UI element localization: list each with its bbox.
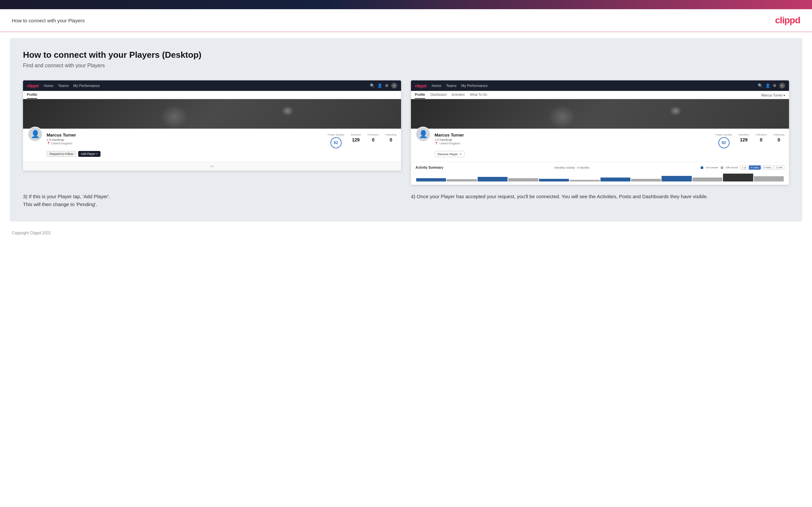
activity-controls-2: On course Off course 1 yr 6 mths 3 mths … (701, 165, 784, 170)
page-footer: Copyright Clippd 2022 (0, 227, 812, 240)
app-tabs-2: Profile Dashboard Activities What To On … (411, 91, 789, 99)
player-handicap-2: 1-5 Handicap (435, 138, 608, 142)
activities-stat-2: Activities 129 (739, 133, 749, 143)
app-activity-header-2: Activity Summary Monthly Activity · 6 Mo… (415, 165, 784, 170)
activities-value-2: 129 (739, 137, 749, 143)
nav-home-2[interactable]: Home (432, 84, 441, 88)
player-country-1: 📍 United Kingdom (47, 142, 220, 145)
avatar-icon-1[interactable]: ● (391, 83, 397, 89)
followers-stat-1: Followers 0 (367, 133, 379, 143)
following-value-2: 0 (773, 137, 784, 143)
app-nav-icons-1: 🔍 👤 ⚙ ● (370, 83, 397, 89)
clippd-logo-header: clippd (775, 15, 800, 25)
player-quality-stat-1: Player Quality 92 (328, 133, 344, 148)
user-icon-2[interactable]: 👤 (765, 83, 770, 88)
following-stat-2: Following 0 (773, 133, 784, 143)
tab-activities-2[interactable]: Activities (452, 91, 464, 99)
player-handicap-1: 1-5 Handicap (47, 138, 220, 142)
activity-title-2: Activity Summary (415, 166, 443, 169)
settings-icon-1[interactable]: ⚙ (385, 83, 389, 88)
screenshots-row: clippd Home Teams My Performance 🔍 👤 ⚙ ● (23, 80, 789, 185)
description-text-2: 4) Once your Player has accepted your re… (411, 192, 789, 201)
remove-player-button[interactable]: Remove Player ✕ (435, 151, 465, 157)
following-value-1: 0 (385, 137, 397, 143)
app-tabs-1: Profile (23, 91, 401, 99)
tab-profile-2[interactable]: Profile (415, 91, 425, 99)
activities-value-1: 129 (351, 137, 361, 143)
tab-profile-1[interactable]: Profile (27, 91, 37, 99)
app-avatar-1: 👤 (28, 127, 43, 142)
bar-6-oncourse (723, 174, 753, 181)
app-navbar-1: clippd Home Teams My Performance 🔍 👤 ⚙ ● (23, 80, 401, 91)
remove-player-label: Remove Player (438, 153, 458, 156)
bar-6-offcourse (754, 176, 784, 181)
nav-teams-2[interactable]: Teams (446, 84, 457, 88)
activities-label-1: Activities (351, 133, 361, 136)
quality-circle-1: 92 (331, 137, 342, 148)
app-profile-info-2: Marcus Turner 1-5 Handicap 📍 United King… (435, 132, 608, 145)
time-3mths-button[interactable]: 3 mths (761, 165, 773, 170)
bar-4-oncourse (601, 177, 630, 181)
bar-2-offcourse (508, 178, 538, 181)
activity-chart-2 (415, 172, 784, 181)
offcourse-legend-label: Off course (726, 166, 738, 169)
avatar-icon-2[interactable]: ● (779, 83, 785, 89)
bar-1-offcourse (447, 179, 476, 181)
player-name-2: Marcus Turner (435, 132, 608, 137)
following-stat-1: Following 0 (385, 133, 397, 143)
nav-myperformance-1[interactable]: My Performance (73, 84, 100, 88)
header-title: How to connect with your Players (12, 18, 85, 23)
bar-3-offcourse (570, 180, 600, 181)
app-stats-row-1: Player Quality 92 Activities 129 Followe… (224, 132, 397, 148)
time-1yr-button[interactable]: 1 yr (740, 165, 748, 170)
location-icon-2: 📍 (435, 142, 438, 145)
description-col-2: 4) Once your Player has accepted your re… (411, 192, 789, 208)
avatar-person-icon-1: 👤 (31, 130, 40, 138)
app-buttons-1: Request to Follow Add Player + (28, 151, 397, 157)
request-follow-button[interactable]: Request to Follow (47, 151, 76, 157)
nav-teams-1[interactable]: Teams (58, 84, 69, 88)
descriptions-row: 3) If this is your Player tap, 'Add Play… (23, 192, 789, 208)
followers-value-2: 0 (756, 137, 767, 143)
tab-extra-user-2[interactable]: Marcus Turner ▾ (761, 92, 785, 99)
search-icon-2[interactable]: 🔍 (758, 83, 763, 88)
user-icon-1[interactable]: 👤 (377, 83, 383, 88)
app-profile-row-2: 👤 Marcus Turner 1-5 Handicap 📍 United Ki… (415, 132, 784, 148)
activities-stat-1: Activities 129 (351, 133, 361, 143)
followers-label-2: Followers (756, 133, 767, 136)
quality-label-1: Player Quality (328, 133, 344, 136)
mock-app-2: clippd Home Teams My Performance 🔍 👤 ⚙ ● (411, 80, 789, 185)
app-banner-1 (23, 99, 401, 129)
followers-stat-2: Followers 0 (756, 133, 767, 143)
app-logo-1: clippd (27, 83, 39, 88)
offcourse-legend-dot (721, 166, 723, 169)
followers-value-1: 0 (367, 137, 379, 143)
settings-icon-2[interactable]: ⚙ (773, 83, 776, 88)
followers-label-1: Followers (367, 133, 379, 136)
app-nav-links-1: Home Teams My Performance (44, 84, 365, 88)
search-icon-1[interactable]: 🔍 (370, 83, 375, 88)
top-bar (0, 0, 812, 9)
time-1mth-button[interactable]: 1 mth (774, 165, 784, 170)
time-6mths-button[interactable]: 6 mths (749, 165, 761, 170)
app-banner-2 (411, 99, 789, 129)
tab-dashboard-2[interactable]: Dashboard (430, 91, 446, 99)
quality-circle-2: 92 (718, 137, 729, 148)
app-stats-row-2: Player Quality 92 Activities 129 Followe… (612, 132, 785, 148)
oncourse-legend-label: On course (706, 166, 718, 169)
activity-period-2: Monthly Activity · 6 Months (554, 166, 590, 169)
player-country-2: 📍 United Kingdom (435, 142, 608, 145)
bar-4-offcourse (631, 179, 661, 181)
app-activity-section-2: Activity Summary Monthly Activity · 6 Mo… (411, 162, 789, 185)
screenshot-col-1: clippd Home Teams My Performance 🔍 👤 ⚙ ● (23, 80, 401, 185)
app-nav-links-2: Home Teams My Performance (432, 84, 753, 88)
nav-myperformance-2[interactable]: My Performance (461, 84, 488, 88)
add-player-button[interactable]: Add Player + (78, 151, 101, 157)
remove-x-icon: ✕ (459, 152, 462, 156)
app-profile-info-1: Marcus Turner 1-5 Handicap 📍 United King… (47, 132, 220, 145)
app-navbar-2: clippd Home Teams My Performance 🔍 👤 ⚙ ● (411, 80, 789, 91)
time-buttons-2: 1 yr 6 mths 3 mths 1 mth (740, 165, 784, 170)
main-content: How to connect with your Players (Deskto… (10, 38, 802, 222)
tab-whattoworkon-2[interactable]: What To On (470, 91, 488, 99)
nav-home-1[interactable]: Home (44, 84, 53, 88)
